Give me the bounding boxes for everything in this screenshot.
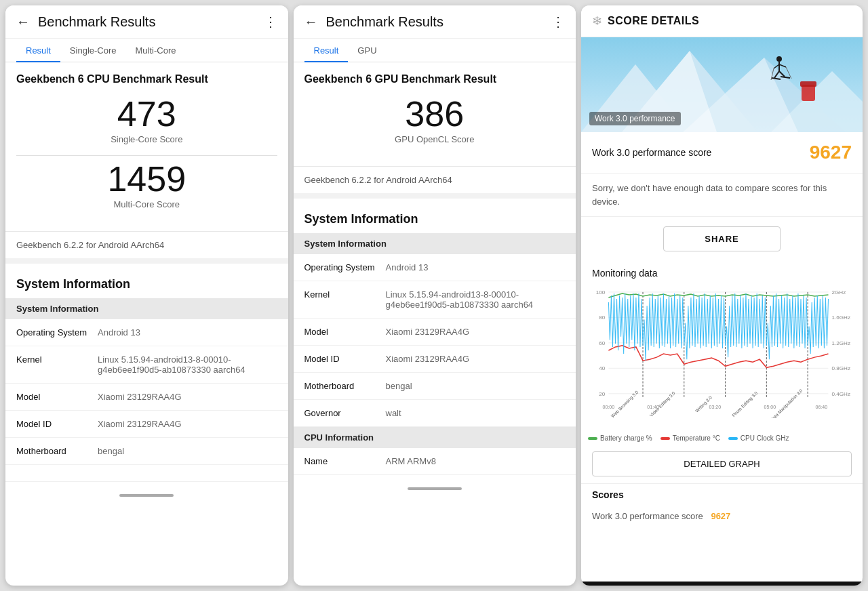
sorry-text: Sorry, we don't have enough data to comp… (581, 174, 863, 217)
svg-text:2GHz: 2GHz (832, 289, 846, 296)
legend-temp: Temperature °C (660, 434, 720, 442)
info-val-model-gpu: Xiaomi 23129RAA4G (386, 327, 566, 337)
tabs-gpu: Result GPU (294, 39, 576, 62)
info-row-os-gpu: Operating System Android 13 (294, 254, 576, 281)
header-title-gpu: Benchmark Results (326, 14, 552, 30)
info-row-model-cpu: Model Xiaomi 23129RAA4G (5, 384, 288, 411)
hero-overlay-text: Work 3.0 performance (589, 112, 681, 125)
svg-rect-18 (800, 81, 816, 87)
info-row-os-cpu: Operating System Android 13 (5, 319, 288, 346)
single-core-score-label: Single-Core Score (16, 134, 277, 144)
panel-cpu: ← Benchmark Results ⋮ Result Single-Core… (5, 5, 288, 586)
info-row-modelid-gpu: Model ID Xiaomi 23129RAA4G (294, 346, 576, 373)
back-button-gpu[interactable]: ← (304, 14, 318, 30)
sys-info-heading-cpu: System Information (5, 264, 288, 298)
info-key-kernel-cpu: Kernel (16, 354, 98, 365)
bottom-handle-gpu (408, 487, 462, 490)
score-row: Work 3.0 performance score 9627 (581, 132, 863, 174)
single-core-score-item: 473 Single-Core Score (16, 96, 277, 144)
tab-multi-core[interactable]: Multi-Core (126, 39, 186, 62)
monitoring-label: Monitoring data (581, 261, 863, 283)
info-key-gov-gpu: Governor (304, 408, 386, 418)
score-details-title: SCORE DETAILS (608, 15, 699, 27)
info-row-gov-gpu: Governor walt (294, 400, 576, 427)
content-gpu: Geekbench 6 GPU Benchmark Result 386 GPU… (294, 62, 576, 586)
scores-section-title: Scores (581, 483, 863, 506)
info-val-os-cpu: Android 13 (98, 327, 277, 338)
menu-button-gpu[interactable]: ⋮ (551, 14, 565, 30)
info-key-mb-gpu: Motherboard (304, 381, 386, 391)
work-score-val: 9627 (711, 511, 730, 521)
legend-cpu-color (728, 437, 738, 440)
info-val-model-cpu: Xiaomi 23129RAA4G (98, 392, 277, 402)
info-key-modelid-cpu: Model ID (16, 419, 98, 429)
tabs-cpu: Result Single-Core Multi-Core (5, 39, 288, 62)
info-section-header-cpu: System Information (5, 298, 288, 319)
info-row-cpu-name: Name ARM ARMv8 (294, 448, 576, 475)
info-table-gpu: System Information Operating System Andr… (294, 233, 576, 475)
tab-gpu[interactable]: GPU (348, 39, 386, 62)
info-key-model-cpu: Model (16, 392, 98, 402)
gpu-score-item: 386 GPU OpenCL Score (304, 96, 566, 144)
info-key-cpu-name: Name (304, 456, 386, 466)
tab-result-gpu[interactable]: Result (304, 39, 349, 62)
panel-gpu: ← Benchmark Results ⋮ Result GPU Geekben… (294, 5, 576, 586)
svg-text:80: 80 (599, 314, 606, 321)
info-val-cpu-name: ARM ARMv8 (386, 456, 566, 466)
score-section-cpu: Geekbench 6 CPU Benchmark Result 473 Sin… (5, 62, 288, 232)
bottom-handle-cpu (119, 494, 174, 497)
svg-text:00:00: 00:00 (603, 405, 615, 410)
info-row-mb-gpu: Motherboard bengal (294, 373, 576, 400)
tab-result-cpu[interactable]: Result (16, 39, 60, 62)
legend-battery-label: Battery charge % (600, 434, 652, 442)
share-button[interactable]: SHARE (663, 226, 781, 251)
menu-button-cpu[interactable]: ⋮ (264, 14, 277, 30)
svg-text:0.4GHz: 0.4GHz (832, 391, 850, 397)
info-val-gov-gpu: walt (386, 408, 566, 418)
info-val-modelid-gpu: Xiaomi 23129RAA4G (386, 354, 566, 364)
svg-point-7 (776, 56, 782, 62)
multi-core-score-item: 1459 Multi-Core Score (16, 161, 277, 209)
multi-core-score-value: 1459 (16, 161, 277, 197)
svg-text:Data Manipulation 3.0: Data Manipulation 3.0 (769, 388, 804, 418)
info-key-model-gpu: Model (304, 327, 386, 337)
svg-text:1.6GHz: 1.6GHz (832, 314, 850, 321)
svg-text:60: 60 (599, 340, 606, 346)
info-val-kernel-gpu: Linux 5.15.94-android13-8-00010-g4eb6ee1… (386, 289, 566, 310)
tab-single-core[interactable]: Single-Core (60, 39, 126, 62)
svg-text:05:00: 05:00 (764, 405, 776, 410)
single-core-score-value: 473 (16, 96, 277, 131)
legend-cpu-label: CPU Clock GHz (741, 434, 789, 442)
back-button[interactable]: ← (16, 14, 30, 30)
multi-core-score-label: Multi-Core Score (16, 199, 277, 209)
info-row-kernel-cpu: Kernel Linux 5.15.94-android13-8-00010-g… (5, 346, 288, 384)
svg-text:100: 100 (596, 289, 606, 296)
info-row-kernel-gpu: Kernel Linux 5.15.94-android13-8-00010-g… (294, 281, 576, 319)
info-val-os-gpu: Android 13 (386, 262, 566, 272)
content-cpu: Geekbench 6 CPU Benchmark Result 473 Sin… (5, 62, 288, 586)
info-section-header-gpu: System Information (294, 233, 576, 254)
bottom-bar (581, 582, 863, 586)
score-row-value: 9627 (810, 142, 852, 163)
legend-temp-color (660, 437, 670, 440)
header-gpu: ← Benchmark Results ⋮ (294, 5, 576, 39)
legend-battery-color (588, 437, 597, 440)
cpu-info-section-header: CPU Information (294, 427, 576, 448)
info-row-mb-cpu: Motherboard bengal (5, 438, 288, 465)
legend-cpu: CPU Clock GHz (728, 434, 789, 442)
svg-rect-17 (802, 85, 815, 101)
info-table-cpu: System Information Operating System Andr… (5, 298, 288, 482)
header-cpu: ← Benchmark Results ⋮ (5, 5, 288, 39)
info-row-gov-cpu (5, 465, 288, 482)
hero-image: Work 3.0 performance (581, 37, 863, 132)
info-val-mb-gpu: bengal (386, 381, 566, 391)
info-row-model-gpu: Model Xiaomi 23129RAA4G (294, 319, 576, 346)
info-key-kernel-gpu: Kernel (304, 289, 386, 300)
work-score-label: Work 3.0 performance score (592, 511, 703, 521)
score-details-header: ❄ SCORE DETAILS (581, 5, 863, 37)
info-val-kernel-cpu: Linux 5.15.94-android13-8-00010-g4eb6ee1… (98, 354, 277, 375)
detailed-graph-button[interactable]: DETAILED GRAPH (592, 451, 852, 476)
gpu-score-label: GPU OpenCL Score (304, 134, 566, 144)
legend-temp-label: Temperature °C (673, 434, 720, 442)
version-cpu: Geekbench 6.2.2 for Android AArch64 (5, 232, 288, 264)
